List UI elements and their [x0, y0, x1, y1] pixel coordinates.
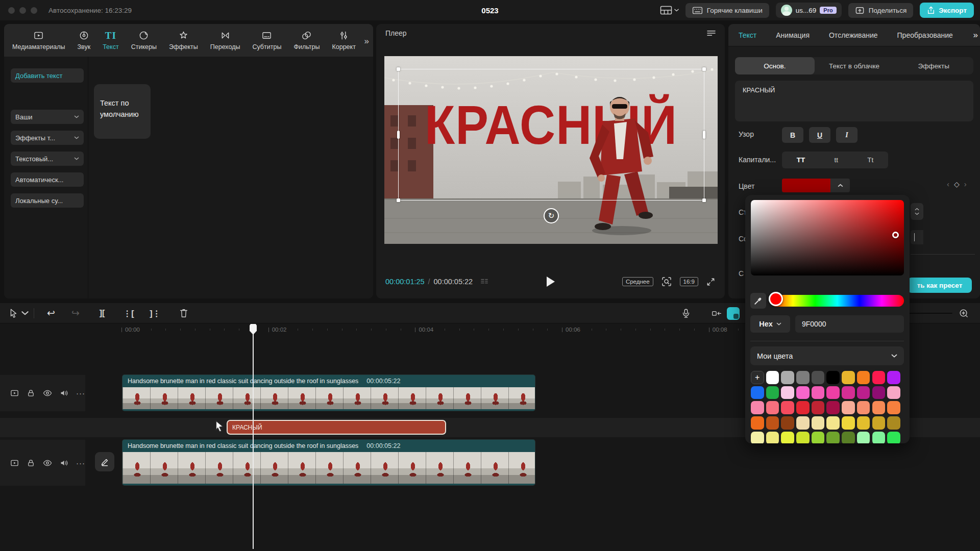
select-tool-chevron-icon[interactable]: [21, 307, 29, 319]
overlay-track-icon[interactable]: [710, 307, 723, 319]
select-tool-icon[interactable]: [7, 307, 19, 319]
save-preset-button[interactable]: ть как пресет: [908, 278, 972, 293]
media-tab-effects[interactable]: Эффекты: [169, 30, 198, 51]
handle-bottom-right[interactable]: [702, 198, 706, 202]
swatch-EF6A1A[interactable]: [751, 416, 764, 430]
swatch-F3F0A6[interactable]: [751, 432, 764, 443]
selection-box[interactable]: ↻: [398, 69, 704, 201]
swatch-8E0D72[interactable]: [872, 386, 886, 399]
swatch-F766CB[interactable]: [796, 386, 810, 399]
eyedropper-button[interactable]: [750, 293, 766, 309]
swatch-F57E1E[interactable]: [857, 371, 870, 384]
media-tab-transitions[interactable]: Переходы: [210, 30, 240, 51]
window-minimize-button[interactable]: [19, 7, 26, 14]
window-zoom-button[interactable]: [31, 7, 37, 14]
saturation-gradient[interactable]: [751, 200, 904, 276]
color-swatch-current[interactable]: [782, 179, 830, 192]
inspector-tab-0[interactable]: Текст: [739, 31, 756, 39]
inspector-subtab-0[interactable]: Основ.: [735, 57, 815, 74]
swatch-EFE2A4[interactable]: [812, 416, 825, 430]
swatch-F78A55[interactable]: [872, 401, 886, 414]
media-tab-text[interactable]: TIТекст: [103, 30, 118, 51]
hex-mode-dropdown[interactable]: Hex: [750, 315, 790, 333]
inspector-tab-2[interactable]: Отслеживание: [829, 31, 878, 39]
media-tab-adjust[interactable]: Коррект: [332, 30, 355, 51]
swatch-1A6DF2[interactable]: [751, 386, 764, 399]
eye-icon[interactable]: [43, 460, 52, 466]
swatch-F7A6C6[interactable]: [887, 386, 900, 399]
swatch-F35CB6[interactable]: [812, 386, 825, 399]
swatch-F7803E[interactable]: [887, 401, 900, 414]
swatch-9FF7AE[interactable]: [857, 432, 870, 443]
inspector-tabs-overflow-icon[interactable]: »: [971, 30, 977, 40]
swatch-F7707E[interactable]: [766, 401, 779, 414]
swatch-FB1A4E[interactable]: [872, 371, 886, 384]
text-content-input[interactable]: КРАСНЫЙ: [735, 81, 973, 121]
undo-icon[interactable]: ↩: [45, 307, 57, 319]
inspector-tab-1[interactable]: Анимация: [776, 31, 810, 39]
sidebar-item-2[interactable]: Текстовый...: [11, 152, 84, 166]
keyframe-next-icon[interactable]: ›: [964, 180, 967, 188]
swatch-A30E46[interactable]: [826, 401, 840, 414]
swatch-EFE97E[interactable]: [766, 432, 779, 443]
swatch-BF5317[interactable]: [766, 416, 779, 430]
italic-button[interactable]: I: [836, 127, 857, 143]
swatch-7D7D7D[interactable]: [796, 371, 810, 384]
swatch-F8C8E6[interactable]: [781, 386, 794, 399]
partial-input[interactable]: [911, 230, 923, 244]
caps-option-2[interactable]: Tt: [867, 156, 873, 164]
eye-icon[interactable]: [43, 390, 52, 396]
mute-icon[interactable]: [60, 459, 68, 467]
swatch-21AD46[interactable]: [766, 386, 779, 399]
hue-slider[interactable]: [771, 295, 904, 307]
split-right-icon[interactable]: ]⋮: [149, 307, 161, 319]
size-stepper[interactable]: [911, 203, 923, 220]
swatch-8E3E12[interactable]: [781, 416, 794, 430]
swatch-CCA626[interactable]: [872, 416, 886, 430]
hex-value-input[interactable]: [795, 315, 904, 333]
swatch-F54B5E[interactable]: [781, 401, 794, 414]
media-tab-subtitles[interactable]: Субтитры: [252, 30, 281, 51]
swatch-EFD63B[interactable]: [842, 416, 855, 430]
frame-list-icon[interactable]: [480, 278, 489, 286]
handle-mid-right[interactable]: [703, 131, 705, 139]
sidebar-item-0[interactable]: Ваши: [11, 110, 84, 124]
color-control[interactable]: [782, 179, 850, 192]
video-viewport[interactable]: КРАСНЫЙ: [384, 56, 718, 244]
share-button[interactable]: Поделиться: [848, 3, 914, 18]
window-close-button[interactable]: [8, 7, 15, 14]
frame-search-icon[interactable]: [661, 276, 672, 287]
delete-icon[interactable]: [178, 307, 190, 319]
split-icon[interactable]: ][: [96, 307, 108, 319]
swatch-F78F6E[interactable]: [857, 401, 870, 414]
keyframe-diamond-icon[interactable]: ◇: [954, 180, 960, 188]
redo-icon[interactable]: ↪: [69, 307, 82, 319]
keyframe-prev-icon[interactable]: ‹: [947, 180, 949, 188]
gradient-handle[interactable]: [892, 232, 899, 238]
swatch-BF2433[interactable]: [812, 401, 825, 414]
swatch-AB8A20[interactable]: [887, 416, 900, 430]
swatch-ED3FA4[interactable]: [826, 386, 840, 399]
swatch-CDE32D[interactable]: [796, 432, 810, 443]
handle-top-left[interactable]: [397, 67, 400, 71]
lock-icon[interactable]: [27, 389, 35, 397]
hue-handle[interactable]: [769, 292, 783, 306]
swatch-7FF29A[interactable]: [872, 432, 886, 443]
media-tab-sound[interactable]: Звук: [77, 30, 90, 51]
hotkeys-button[interactable]: Горячие клавиши: [685, 3, 769, 18]
swatch-597F26[interactable]: [842, 432, 855, 443]
my-colors-dropdown[interactable]: Мои цвета: [750, 346, 904, 365]
swatch-E6F23B[interactable]: [781, 432, 794, 443]
video-clip[interactable]: Handsome brunette man in red classic sui…: [122, 375, 535, 411]
export-button[interactable]: Экспорт: [920, 3, 974, 18]
play-button[interactable]: [547, 277, 555, 287]
swatch-ACACAC[interactable]: [781, 371, 794, 384]
record-voice-icon[interactable]: [680, 307, 692, 319]
aspect-ratio-selector[interactable]: 16:9: [680, 277, 698, 286]
caps-option-0[interactable]: TT: [797, 156, 805, 164]
playhead-line[interactable]: [253, 324, 254, 549]
media-tab-filters[interactable]: Фильтры: [293, 30, 320, 51]
handle-top-right[interactable]: [702, 67, 706, 71]
tabs-overflow-icon[interactable]: »: [364, 36, 368, 46]
swatch-BC1F8D[interactable]: [857, 386, 870, 399]
